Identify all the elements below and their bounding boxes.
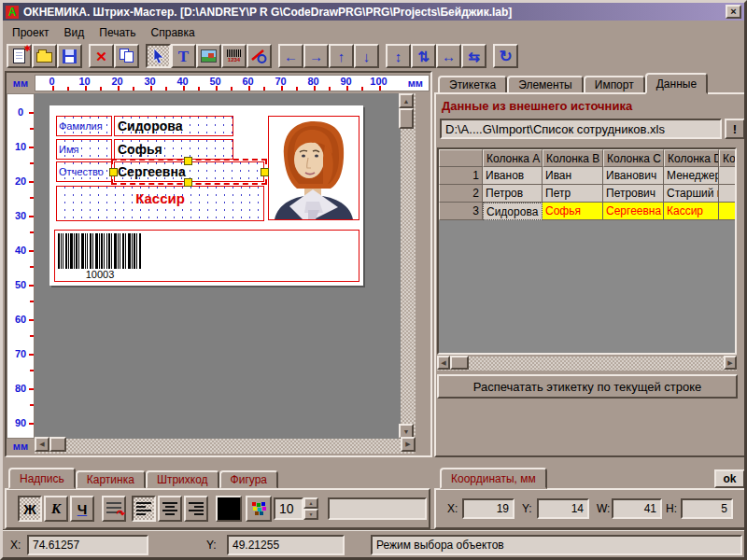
row-number[interactable]: 1	[439, 167, 483, 185]
scroll-left-icon[interactable]: ◀	[35, 437, 49, 452]
spin-down-icon[interactable]: ▼	[303, 509, 318, 520]
grid-cell-highlighted[interactable]: Кассир	[664, 203, 719, 220]
grid-cell[interactable]: Иванович	[603, 167, 664, 185]
scrollbar-thumb[interactable]	[399, 108, 414, 129]
row-number[interactable]: 2	[439, 185, 483, 203]
font-color-swatch[interactable]	[216, 496, 242, 522]
shrink-vertical-button[interactable]: ⇅	[411, 44, 436, 68]
grid-cell[interactable]: Иван	[543, 167, 603, 185]
grid-column-header[interactable]: Колонка C	[603, 149, 664, 167]
menu-help[interactable]: Справка	[144, 25, 203, 40]
grid-cell-focused[interactable]: Сидорова	[483, 203, 543, 220]
grid-cell[interactable]	[719, 185, 737, 203]
grid-column-header[interactable]: Колонка B	[543, 149, 603, 167]
resize-handle-left[interactable]	[109, 168, 118, 176]
move-left-button[interactable]: ←	[278, 44, 303, 68]
save-button[interactable]	[57, 44, 82, 68]
field-caption-firstname[interactable]: Имя	[56, 139, 112, 160]
width-field[interactable]: 41	[612, 498, 662, 519]
font-name-field[interactable]	[328, 497, 427, 520]
align-left-button[interactable]	[132, 496, 156, 522]
ok-button[interactable]: ok	[714, 469, 745, 488]
select-tool-button[interactable]	[146, 44, 171, 68]
barcode-object[interactable]: 10003	[54, 230, 359, 282]
move-right-button[interactable]: →	[303, 44, 329, 68]
source-path-field[interactable]: D:\A....G\Import\Список сотрудников.xls	[440, 119, 722, 139]
tab-coordinates[interactable]: Координаты, мм	[440, 468, 547, 489]
tab-picture-object[interactable]: Картинка	[76, 470, 146, 489]
grid-cell[interactable]: Старший ме	[664, 185, 719, 203]
bold-button[interactable]: Ж	[18, 496, 42, 522]
grid-cell[interactable]: Петрович	[603, 185, 664, 203]
refresh-button[interactable]: ↻	[493, 44, 518, 68]
picture-tool-button[interactable]	[196, 44, 221, 68]
x-coordinate-field[interactable]: 19	[462, 498, 514, 519]
close-button[interactable]: ×	[726, 5, 741, 19]
grid-column-header[interactable]: Кол	[719, 149, 737, 167]
y-coordinate-field[interactable]: 14	[537, 498, 589, 519]
reload-source-button[interactable]: !	[725, 119, 745, 139]
italic-button[interactable]: К	[44, 496, 68, 522]
open-button[interactable]	[32, 44, 57, 68]
position-text-box[interactable]: Кассир	[56, 186, 264, 221]
tab-shape-object[interactable]: Фигура	[219, 470, 278, 489]
grid-cell[interactable]: Менеджер	[664, 167, 719, 185]
grid-cell[interactable]	[719, 167, 737, 185]
new-document-button[interactable]: ✱	[7, 44, 32, 68]
rotate-text-button[interactable]: ↷	[102, 496, 126, 522]
menu-project[interactable]: Проект	[5, 25, 57, 40]
barcode-tool-button[interactable]: 1234	[221, 44, 247, 68]
tab-barcode-object[interactable]: Штрихкод	[146, 470, 219, 489]
field-value-lastname[interactable]: Сидорова	[114, 116, 233, 136]
tab-import[interactable]: Импорт	[584, 76, 645, 94]
canvas-horizontal-scrollbar[interactable]: ◀ ▶	[35, 439, 416, 454]
underline-button[interactable]: Ч	[70, 496, 94, 522]
move-up-button[interactable]: ↑	[329, 44, 354, 68]
grid-cell-highlighted[interactable]: Софья	[543, 203, 603, 220]
shape-tool-button[interactable]	[247, 44, 272, 68]
canvas-vertical-scrollbar[interactable]: ▲ ▼	[401, 93, 416, 439]
grid-cell[interactable]: Иванов	[483, 167, 543, 185]
field-caption-lastname[interactable]: Фамилия	[56, 116, 112, 136]
text-tool-button[interactable]: T	[171, 44, 196, 68]
grid-cell-highlighted[interactable]: Сергеевна	[603, 203, 664, 220]
scroll-right-icon[interactable]: ▶	[724, 356, 737, 370]
font-size-field[interactable]: 10	[274, 497, 303, 520]
grid-cell[interactable]: Петр	[543, 185, 603, 203]
delete-button[interactable]: ✕	[89, 44, 114, 68]
menu-view[interactable]: Вид	[57, 25, 92, 40]
color-picker-button[interactable]	[246, 496, 272, 522]
move-down-button[interactable]: ↓	[354, 44, 379, 68]
field-caption-patronymic[interactable]: Отчество	[56, 161, 112, 182]
scroll-left-icon[interactable]: ◀	[437, 356, 450, 370]
align-right-button[interactable]	[184, 496, 208, 522]
grow-horizontal-button[interactable]: ↔	[436, 44, 461, 68]
resize-handle-bottom[interactable]	[184, 178, 192, 187]
grid-column-header[interactable]: Колонка D	[664, 149, 719, 167]
tab-text-object[interactable]: Надпись	[8, 468, 76, 489]
scrollbar-thumb[interactable]	[450, 356, 469, 370]
tab-elements[interactable]: Элементы	[507, 76, 584, 94]
row-number[interactable]: 3	[439, 203, 483, 220]
field-value-firstname[interactable]: Софья	[114, 139, 233, 160]
grow-vertical-button[interactable]: ↕	[386, 44, 411, 68]
scroll-right-icon[interactable]: ▶	[401, 437, 416, 452]
design-canvas[interactable]: Фамилия Сидорова Имя Софья Отчество Серг…	[35, 93, 401, 439]
grid-cell[interactable]: Петров	[483, 185, 543, 203]
grid-horizontal-scrollbar[interactable]: ◀ ▶	[437, 357, 737, 371]
height-field[interactable]: 5	[681, 498, 733, 519]
resize-handle-right[interactable]	[261, 168, 269, 176]
print-current-row-button[interactable]: Распечатать этикетку по текущей строке	[437, 374, 738, 399]
align-center-button[interactable]	[158, 496, 182, 522]
spin-up-icon[interactable]: ▲	[303, 497, 318, 509]
resize-handle-top[interactable]	[184, 157, 192, 165]
menu-print[interactable]: Печать	[92, 25, 143, 40]
photo-box[interactable]	[268, 116, 359, 220]
scroll-up-icon[interactable]: ▲	[399, 93, 414, 108]
tab-label[interactable]: Этикетка	[438, 76, 507, 94]
grid-cell-highlighted[interactable]	[719, 203, 737, 220]
scrollbar-thumb[interactable]	[49, 437, 66, 452]
field-value-patronymic-selected[interactable]: Сергеевна	[114, 161, 264, 182]
copy-button[interactable]	[114, 44, 139, 68]
tab-data[interactable]: Данные	[645, 73, 708, 94]
